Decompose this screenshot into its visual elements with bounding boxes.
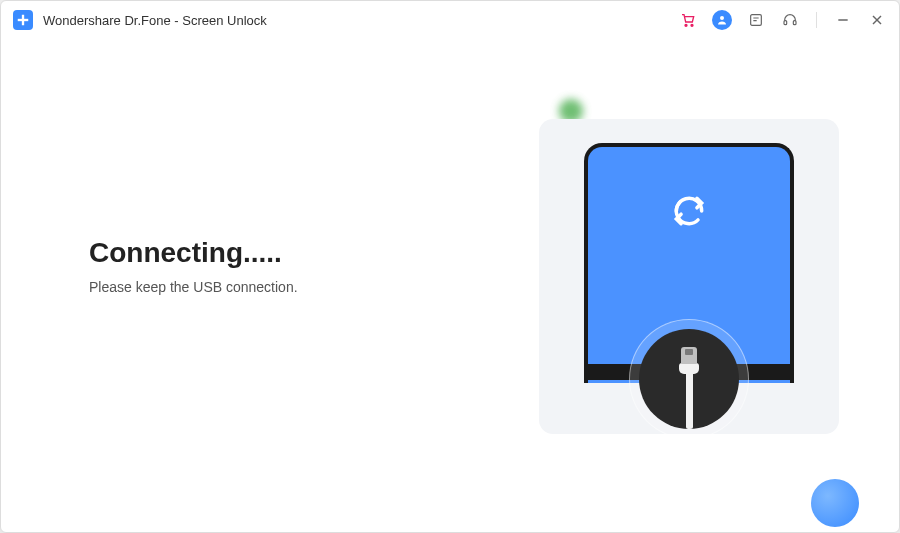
titlebar-divider xyxy=(816,12,817,28)
svg-point-4 xyxy=(720,16,724,20)
support-headset-icon[interactable] xyxy=(780,10,800,30)
usb-cable xyxy=(686,374,693,429)
feedback-icon[interactable] xyxy=(746,10,766,30)
app-logo-icon xyxy=(13,10,33,30)
phone-illustration-card xyxy=(539,119,839,434)
close-icon[interactable] xyxy=(867,10,887,30)
user-icon[interactable] xyxy=(712,10,732,30)
app-window: Wondershare Dr.Fone - Screen Unlock xyxy=(0,0,900,533)
window-title: Wondershare Dr.Fone - Screen Unlock xyxy=(43,13,678,28)
titlebar: Wondershare Dr.Fone - Screen Unlock xyxy=(1,1,899,39)
usb-connector xyxy=(681,347,697,364)
svg-rect-7 xyxy=(793,21,796,25)
svg-point-3 xyxy=(691,24,693,26)
usb-circle xyxy=(629,319,749,434)
sync-icon xyxy=(670,192,708,230)
minimize-icon[interactable] xyxy=(833,10,853,30)
svg-point-2 xyxy=(685,24,687,26)
illustration-pane xyxy=(499,109,839,439)
svg-rect-1 xyxy=(18,19,29,21)
blue-accent-dot-icon xyxy=(811,479,859,527)
svg-rect-5 xyxy=(751,15,762,26)
main-content: Connecting..... Please keep the USB conn… xyxy=(1,39,899,532)
usb-body xyxy=(679,363,699,374)
cart-icon[interactable] xyxy=(678,10,698,30)
svg-rect-6 xyxy=(784,21,787,25)
titlebar-actions xyxy=(678,10,887,30)
usb-plug-icon xyxy=(639,329,739,429)
